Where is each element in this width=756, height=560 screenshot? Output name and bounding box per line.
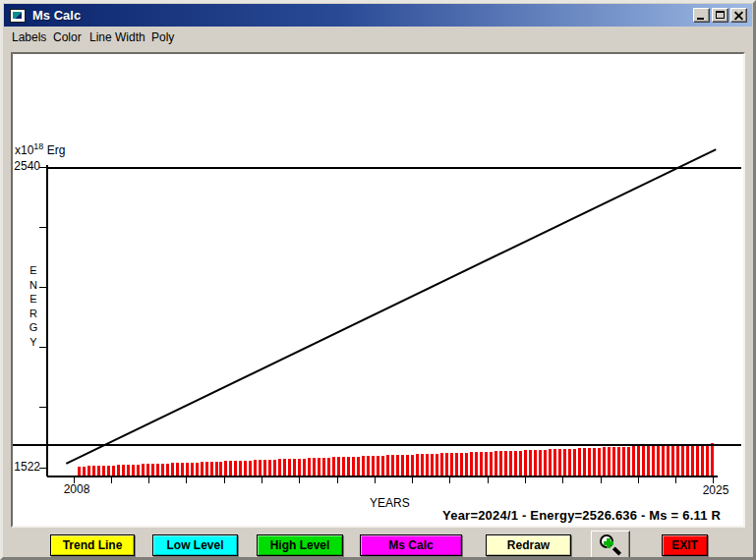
window-controls	[693, 8, 747, 23]
menu-labels[interactable]: Labels	[12, 28, 46, 48]
high-level-button[interactable]: High Level	[257, 534, 343, 556]
maximize-button[interactable]	[712, 8, 728, 23]
status-readout: Year=2024/1 - Energy=2526.636 - Ms = 6.1…	[442, 508, 721, 523]
close-button[interactable]	[730, 8, 747, 23]
x-min-tick-label: 2008	[61, 483, 92, 495]
menubar: Labels Color Line Width Poly	[4, 28, 752, 49]
low-level-button[interactable]: Low Level	[152, 534, 238, 556]
y-axis-unit-label: x1018 Erg	[15, 140, 65, 156]
zoom-button[interactable]	[591, 531, 630, 560]
y-min-tick-label: 1522	[13, 461, 40, 473]
trend-line-button[interactable]: Trend Line	[50, 534, 135, 556]
maximize-icon	[716, 11, 725, 19]
menu-line-width[interactable]: Line Width	[89, 28, 145, 48]
magnifier-plus-icon	[599, 534, 622, 558]
minimize-button[interactable]	[693, 8, 710, 23]
x-max-tick-label: 2025	[700, 484, 731, 496]
minimize-icon	[697, 18, 704, 20]
chart-panel[interactable]: x1018 Erg 2540 1522 E N E R G Y 2008 202…	[11, 52, 745, 528]
menu-color[interactable]: Color	[53, 28, 82, 48]
x-axis-title: YEARS	[370, 497, 429, 509]
y-max-tick-label: 2540	[13, 160, 40, 172]
app-icon	[10, 9, 26, 23]
ms-calc-button[interactable]: Ms Calc	[360, 534, 462, 556]
exit-button[interactable]: EXIT	[662, 534, 708, 556]
app-window: Ms Calc Labels Color Line Width Poly x10…	[0, 0, 756, 560]
redraw-button[interactable]: Redraw	[486, 534, 571, 556]
y-axis-title: E N E R G Y	[27, 263, 40, 349]
window-title: Ms Calc	[32, 8, 693, 23]
energy-chart	[13, 54, 743, 526]
titlebar[interactable]: Ms Calc	[4, 4, 752, 27]
menu-poly[interactable]: Poly	[151, 28, 174, 48]
